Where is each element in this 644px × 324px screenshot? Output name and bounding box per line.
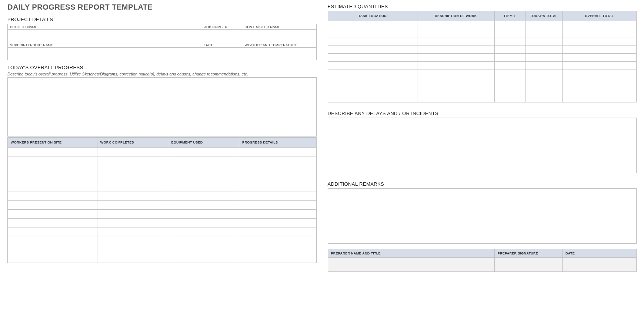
cell-workers[interactable] xyxy=(8,174,97,183)
cell-work[interactable] xyxy=(97,183,168,192)
cell-item[interactable] xyxy=(494,86,525,94)
cell-today[interactable] xyxy=(525,62,562,70)
cell-equipment[interactable] xyxy=(168,236,239,245)
cell-equipment[interactable] xyxy=(168,192,239,201)
cell-location[interactable] xyxy=(328,94,417,102)
cell-description[interactable] xyxy=(417,45,494,54)
cell-today[interactable] xyxy=(525,94,562,102)
cell-work[interactable] xyxy=(97,165,168,174)
cell-item[interactable] xyxy=(494,29,525,37)
cell-overall[interactable] xyxy=(562,45,636,54)
cell-location[interactable] xyxy=(328,78,417,86)
cell-location[interactable] xyxy=(328,45,417,54)
cell-work[interactable] xyxy=(97,174,168,183)
cell-today[interactable] xyxy=(525,29,562,37)
cell-overall[interactable] xyxy=(562,94,636,102)
cell-description[interactable] xyxy=(417,78,494,86)
cell-workers[interactable] xyxy=(8,156,97,165)
cell-location[interactable] xyxy=(328,70,417,78)
field-delays[interactable] xyxy=(328,118,637,173)
cell-equipment[interactable] xyxy=(168,183,239,192)
cell-location[interactable] xyxy=(328,62,417,70)
cell-description[interactable] xyxy=(417,94,494,102)
cell-work[interactable] xyxy=(97,236,168,245)
cell-item[interactable] xyxy=(494,94,525,102)
cell-details[interactable] xyxy=(239,245,316,254)
cell-description[interactable] xyxy=(417,54,494,62)
cell-today[interactable] xyxy=(525,37,562,45)
field-preparer-signature[interactable] xyxy=(494,258,562,272)
cell-overall[interactable] xyxy=(562,86,636,94)
cell-today[interactable] xyxy=(525,86,562,94)
cell-work[interactable] xyxy=(97,254,168,263)
cell-description[interactable] xyxy=(417,37,494,45)
cell-today[interactable] xyxy=(525,70,562,78)
cell-workers[interactable] xyxy=(8,148,97,156)
cell-item[interactable] xyxy=(494,78,525,86)
cell-details[interactable] xyxy=(239,156,316,165)
cell-overall[interactable] xyxy=(562,62,636,70)
cell-workers[interactable] xyxy=(8,245,97,254)
cell-location[interactable] xyxy=(328,21,417,29)
cell-details[interactable] xyxy=(239,148,316,156)
cell-equipment[interactable] xyxy=(168,156,239,165)
field-job-number[interactable] xyxy=(202,30,242,42)
cell-equipment[interactable] xyxy=(168,219,239,227)
cell-today[interactable] xyxy=(525,54,562,62)
cell-item[interactable] xyxy=(494,37,525,45)
cell-details[interactable] xyxy=(239,165,316,174)
cell-workers[interactable] xyxy=(8,210,97,219)
cell-work[interactable] xyxy=(97,245,168,254)
cell-item[interactable] xyxy=(494,54,525,62)
field-preparer-name[interactable] xyxy=(328,258,494,272)
cell-description[interactable] xyxy=(417,70,494,78)
cell-location[interactable] xyxy=(328,29,417,37)
cell-overall[interactable] xyxy=(562,37,636,45)
cell-equipment[interactable] xyxy=(168,210,239,219)
cell-equipment[interactable] xyxy=(168,201,239,210)
cell-item[interactable] xyxy=(494,62,525,70)
cell-details[interactable] xyxy=(239,254,316,263)
cell-today[interactable] xyxy=(525,21,562,29)
cell-item[interactable] xyxy=(494,21,525,29)
cell-workers[interactable] xyxy=(8,165,97,174)
cell-workers[interactable] xyxy=(8,201,97,210)
cell-location[interactable] xyxy=(328,54,417,62)
field-remarks[interactable] xyxy=(328,188,637,244)
field-progress-description[interactable] xyxy=(7,77,317,136)
cell-details[interactable] xyxy=(239,183,316,192)
cell-overall[interactable] xyxy=(562,70,636,78)
cell-details[interactable] xyxy=(239,192,316,201)
cell-equipment[interactable] xyxy=(168,174,239,183)
cell-location[interactable] xyxy=(328,37,417,45)
cell-details[interactable] xyxy=(239,210,316,219)
cell-equipment[interactable] xyxy=(168,254,239,263)
cell-overall[interactable] xyxy=(562,78,636,86)
cell-details[interactable] xyxy=(239,219,316,227)
cell-workers[interactable] xyxy=(8,219,97,227)
cell-work[interactable] xyxy=(97,210,168,219)
field-signoff-date[interactable] xyxy=(562,258,636,272)
cell-workers[interactable] xyxy=(8,254,97,263)
cell-details[interactable] xyxy=(239,174,316,183)
cell-item[interactable] xyxy=(494,70,525,78)
field-date[interactable] xyxy=(202,48,242,60)
cell-equipment[interactable] xyxy=(168,165,239,174)
cell-description[interactable] xyxy=(417,29,494,37)
cell-work[interactable] xyxy=(97,148,168,156)
cell-details[interactable] xyxy=(239,236,316,245)
cell-overall[interactable] xyxy=(562,21,636,29)
cell-work[interactable] xyxy=(97,219,168,227)
cell-equipment[interactable] xyxy=(168,227,239,236)
cell-work[interactable] xyxy=(97,192,168,201)
cell-equipment[interactable] xyxy=(168,245,239,254)
cell-description[interactable] xyxy=(417,21,494,29)
cell-work[interactable] xyxy=(97,201,168,210)
cell-description[interactable] xyxy=(417,62,494,70)
cell-item[interactable] xyxy=(494,45,525,54)
cell-overall[interactable] xyxy=(562,54,636,62)
cell-equipment[interactable] xyxy=(168,148,239,156)
cell-work[interactable] xyxy=(97,227,168,236)
field-contractor-name[interactable] xyxy=(242,30,316,42)
cell-workers[interactable] xyxy=(8,236,97,245)
